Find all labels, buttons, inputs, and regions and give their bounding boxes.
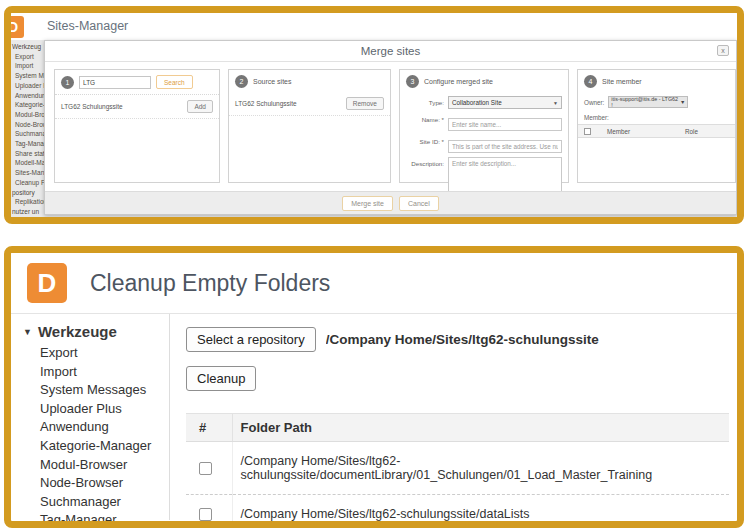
search-button[interactable]: Search [156, 75, 193, 89]
app-logo-icon: D [27, 263, 67, 303]
search-result-row: LTG62 Schulungssite Add [55, 95, 219, 119]
sidebar-item-tag-manager[interactable]: Tag-Manager [23, 511, 169, 528]
role-column-header: Role [685, 128, 729, 135]
folder-path-cell: /Company Home/Sites/ltg62-schulungssite/… [232, 495, 729, 529]
configure-site-head: 3 Configure merged site [400, 70, 568, 92]
sidebar-item-suchmanager[interactable]: Suchmanager [23, 493, 169, 512]
page-title: Cleanup Empty Folders [90, 270, 330, 297]
search-sites-head: 1 Search [55, 70, 219, 95]
app-logo-icon: D [4, 16, 24, 38]
num-column-header: # [186, 414, 232, 442]
folder-checkbox[interactable] [199, 462, 212, 475]
folder-path-column-header: Folder Path [232, 414, 729, 442]
folder-table-body: /Company Home/Sites/ltg62-schulungssite/… [186, 442, 729, 529]
page: D Sites-Manager WerkzeugExportImportSyst… [0, 0, 748, 531]
configure-site-panel: 3 Configure merged site Type: Collaborat… [399, 69, 569, 183]
cleanup-button[interactable]: Cleanup [186, 366, 256, 391]
configure-site-title: Configure merged site [424, 78, 493, 85]
werkzeuge-sidebar: ▼ Werkzeuge ExportImportSystem MessagesU… [11, 314, 169, 520]
search-result-site: LTG62 Schulungssite [61, 103, 123, 110]
site-member-panel: 4 Site member Owner: itis-support@itis.d… [577, 69, 736, 183]
search-sites-panel: 1 Search LTG62 Schulungssite Add [54, 69, 220, 183]
dialog-footer: Merge site Cancel [45, 191, 736, 214]
source-sites-head: 2 Source sites [229, 70, 390, 92]
member-column-header: Member [607, 128, 685, 135]
sites-manager-header: D Sites-Manager [11, 13, 737, 40]
sidebar-item-node-browser[interactable]: Node-Browser [23, 474, 169, 493]
name-field[interactable] [448, 118, 562, 131]
site-member-head: 4 Site member [578, 70, 735, 92]
owner-select[interactable]: itis-support@itis.de - LTG62 ! ▼ [608, 96, 688, 108]
dialog-body: 1 Search LTG62 Schulungssite Add 2 [45, 63, 736, 191]
werkzeuge-menu-items: ExportImportSystem MessagesUploader Plus… [23, 344, 169, 528]
sidebar-item-import[interactable]: Import [23, 363, 169, 382]
sidebar-item-anwendung[interactable]: Anwendung [23, 418, 169, 437]
close-icon[interactable]: x [717, 45, 729, 56]
select-all-checkbox[interactable] [584, 128, 591, 135]
owner-label: Owner: [584, 99, 608, 106]
chevron-down-icon: ▼ [680, 99, 685, 105]
folder-checkbox[interactable] [199, 508, 212, 521]
select-repository-button[interactable]: Select a repository [186, 327, 316, 352]
step-2-badge: 2 [235, 75, 248, 88]
name-label: Name: * [406, 113, 448, 123]
remove-button[interactable]: Remove [346, 97, 384, 110]
sites-manager-window: D Sites-Manager WerkzeugExportImportSyst… [4, 6, 744, 224]
folder-path-cell: /Company Home/Sites/ltg62-schulungssite/… [232, 442, 729, 495]
sites-manager-body: WerkzeugExportImportSystem MeUploader PA… [11, 40, 737, 217]
page-title: Sites-Manager [47, 19, 128, 33]
site-id-field[interactable] [448, 140, 562, 153]
sidebar-item-kategorie-manager[interactable]: Kategorie-Manager [23, 437, 169, 456]
type-label: Type: [406, 96, 448, 106]
dialog-title: Merge sites [45, 41, 736, 62]
source-site-name: LTG62 Schulungssite [235, 100, 297, 107]
type-select[interactable]: Collaboration Site ▼ [448, 96, 562, 109]
site-member-title: Site member [602, 78, 642, 85]
repository-row: Select a repository /Company Home/Sites/… [186, 327, 729, 352]
step-4-badge: 4 [584, 75, 597, 88]
owner-select-value: itis-support@itis.de - LTG62 ! [611, 96, 680, 108]
folder-table: # Folder Path /Company Home/Sites/ltg62-… [186, 413, 729, 528]
cancel-button[interactable]: Cancel [399, 196, 439, 211]
source-sites-panel: 2 Source sites LTG62 Schulungssite Remov… [228, 69, 391, 183]
sidebar-item-uploader-plus[interactable]: Uploader Plus [23, 400, 169, 419]
configure-site-form: Type: Collaboration Site ▼ Name: * [400, 92, 568, 191]
table-row: /Company Home/Sites/ltg62-schulungssite/… [186, 442, 729, 495]
triangle-down-icon: ▼ [23, 327, 32, 337]
member-table-header: Member Role [578, 124, 735, 138]
sidebar-item-system-messages[interactable]: System Messages [23, 381, 169, 400]
step-3-badge: 3 [406, 75, 419, 88]
table-row: /Company Home/Sites/ltg62-schulungssite/… [186, 495, 729, 529]
cleanup-empty-folders-window: D Cleanup Empty Folders ▼ Werkzeuge Expo… [4, 246, 744, 528]
type-select-value: Collaboration Site [452, 99, 502, 106]
row-checkbox-cell [186, 442, 232, 495]
merge-sites-dialog: Merge sites x 1 Search LTG62 Schulungssi… [44, 40, 737, 215]
source-sites-title: Source sites [253, 78, 292, 85]
member-label: Member: [578, 110, 735, 124]
chevron-down-icon: ▼ [553, 100, 558, 106]
description-label: Description: [406, 157, 448, 167]
cleanup-header: D Cleanup Empty Folders [11, 253, 737, 314]
repository-path: /Company Home/Sites/ltg62-schulungssite [326, 332, 599, 347]
dialog-header: Merge sites x [45, 41, 736, 62]
cleanup-main: Select a repository /Company Home/Sites/… [169, 314, 737, 520]
cleanup-row: Cleanup [186, 366, 729, 391]
site-search-input[interactable] [79, 76, 151, 89]
source-site-row: LTG62 Schulungssite Remove [229, 92, 390, 116]
description-field[interactable] [448, 157, 562, 191]
owner-row: Owner: itis-support@itis.de - LTG62 ! ▼ [578, 92, 735, 110]
sidebar-item-export[interactable]: Export [23, 344, 169, 363]
sidebar-item-modul-browser[interactable]: Modul-Browser [23, 456, 169, 475]
cleanup-body: ▼ Werkzeuge ExportImportSystem MessagesU… [11, 314, 737, 520]
merge-site-button[interactable]: Merge site [342, 196, 393, 211]
site-id-label: Site ID: * [406, 135, 448, 145]
add-button[interactable]: Add [187, 100, 213, 113]
sidebar-group-werkzeuge[interactable]: ▼ Werkzeuge [23, 323, 169, 340]
row-checkbox-cell [186, 495, 232, 529]
sidebar-group-label: Werkzeuge [38, 323, 117, 340]
step-1-badge: 1 [61, 76, 74, 89]
